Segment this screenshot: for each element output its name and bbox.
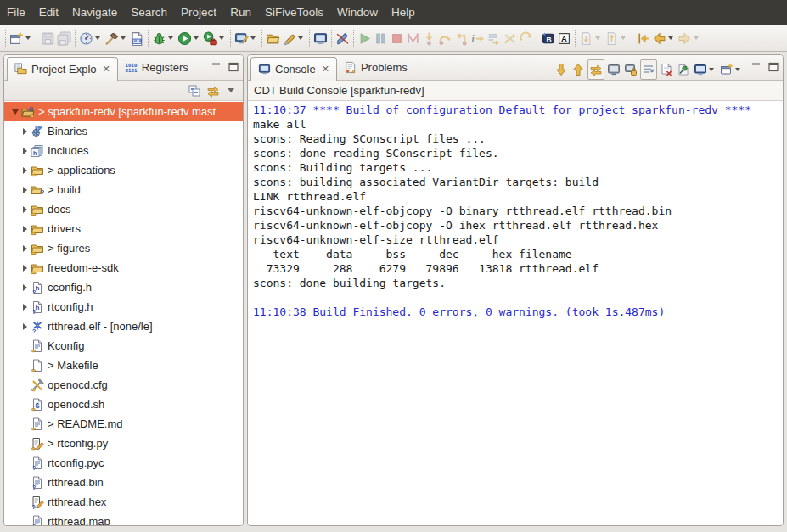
restart-button[interactable] <box>518 28 534 48</box>
disconnect-button[interactable] <box>405 28 421 48</box>
debug-console-button[interactable] <box>540 28 556 48</box>
external-tools-button[interactable] <box>202 28 228 48</box>
tree-item[interactable]: cconfig.h <box>4 277 243 297</box>
tab-console[interactable]: Console✕ <box>250 57 337 81</box>
jump-to-line-button[interactable] <box>486 28 502 48</box>
run-dropdown-icon[interactable] <box>194 36 199 40</box>
binary-file-button[interactable] <box>129 28 145 48</box>
clear-console-button[interactable] <box>659 59 674 80</box>
new-wizard-dropdown-icon[interactable] <box>25 36 31 40</box>
instruction-step-button[interactable] <box>469 28 486 48</box>
new-wizard-button[interactable] <box>8 28 34 48</box>
expand-arrow-icon[interactable] <box>19 167 31 174</box>
menu-window[interactable]: Window <box>330 0 385 25</box>
tree-item[interactable]: drivers <box>4 219 243 238</box>
expand-arrow-icon[interactable] <box>19 128 31 135</box>
tab-close-icon[interactable]: ✕ <box>322 64 329 75</box>
expand-arrow-icon[interactable] <box>19 148 31 154</box>
expand-arrow-icon[interactable] <box>19 206 31 213</box>
next-annotation-dropdown-icon[interactable] <box>595 36 600 40</box>
expand-arrow-icon[interactable] <box>19 226 31 232</box>
build-hammer-button[interactable] <box>104 28 129 48</box>
console-monitor-button[interactable] <box>312 28 329 48</box>
run-button[interactable] <box>177 28 202 48</box>
target-profile-button[interactable] <box>78 28 104 48</box>
menu-navigate[interactable]: Navigate <box>65 0 124 25</box>
step-into-button[interactable] <box>421 28 437 48</box>
menu-help[interactable]: Help <box>385 0 422 25</box>
tree-item[interactable]: > applications <box>4 160 243 180</box>
tree-item[interactable]: Includes <box>4 141 243 160</box>
menu-run[interactable]: Run <box>223 0 258 25</box>
back-dropdown-icon[interactable] <box>668 36 673 40</box>
expand-arrow-icon[interactable] <box>19 265 31 272</box>
scroll-to-next-button[interactable] <box>554 59 569 80</box>
brush-dropdown-icon[interactable] <box>298 36 303 40</box>
target-profile-dropdown-icon[interactable] <box>95 36 100 40</box>
tree-item[interactable]: openocd.sh <box>4 395 243 414</box>
external-tools-dropdown-icon[interactable] <box>219 36 224 40</box>
prev-annotation-dropdown-icon[interactable] <box>621 36 626 40</box>
cpp-editor-button[interactable] <box>233 28 259 48</box>
tree-item[interactable]: openocd.cfg <box>4 375 243 395</box>
tree-item-project-root[interactable]: > sparkfun-redv [sparkfun-redv mast <box>4 102 243 121</box>
resume-button[interactable] <box>357 28 373 48</box>
show-console-stderr-button[interactable] <box>623 59 638 80</box>
tree-item[interactable]: rtthread.elf - [none/le] <box>4 316 243 336</box>
ascii-view-button[interactable] <box>556 28 572 48</box>
forward-dropdown-icon[interactable] <box>694 36 699 40</box>
word-wrap-button[interactable] <box>640 59 657 80</box>
view-menu-icon[interactable] <box>228 88 234 92</box>
skip-breakpoints-button[interactable] <box>334 28 351 48</box>
menu-edit[interactable]: Edit <box>32 0 65 25</box>
build-hammer-dropdown-icon[interactable] <box>121 36 126 40</box>
show-console-stdout-button[interactable] <box>606 59 621 80</box>
expand-arrow-icon[interactable] <box>19 304 31 311</box>
expand-arrow-icon[interactable] <box>19 245 31 252</box>
back-button[interactable] <box>651 28 677 48</box>
expand-arrow-icon[interactable] <box>19 284 31 291</box>
link-with-editor-button[interactable] <box>205 81 221 101</box>
tree-item[interactable]: rtthread.bin <box>4 473 243 492</box>
cpp-editor-dropdown-icon[interactable] <box>250 36 256 40</box>
show-console-on-change-button[interactable] <box>587 59 604 80</box>
tree-item[interactable]: > Makefile <box>4 356 243 375</box>
flip-arrows-button[interactable] <box>502 28 518 48</box>
save-all-button[interactable] <box>56 28 72 48</box>
scroll-to-previous-button[interactable] <box>571 59 586 80</box>
tree-item[interactable]: Kconfig <box>4 336 243 356</box>
expand-arrow-icon[interactable] <box>9 109 21 115</box>
tree-item[interactable]: rtconfig.pyc <box>4 453 243 473</box>
tree-item[interactable]: rtthread.map <box>4 512 243 525</box>
collapse-all-button[interactable] <box>187 81 202 101</box>
tree-item[interactable]: > README.md <box>4 414 243 434</box>
display-selected-console-dropdown-icon[interactable] <box>709 68 714 71</box>
maximize-button[interactable] <box>228 60 239 76</box>
terminate-button[interactable] <box>389 28 405 48</box>
tree-item[interactable]: rtthread.hex <box>4 492 243 512</box>
open-folder-button[interactable] <box>265 28 281 48</box>
tree-item[interactable]: > figures <box>4 238 243 258</box>
tab-close-icon[interactable]: ✕ <box>103 64 110 75</box>
minimize-button[interactable] <box>750 60 762 76</box>
pin-console-button[interactable] <box>676 59 691 80</box>
step-return-button[interactable] <box>453 28 469 48</box>
menu-search[interactable]: Search <box>124 0 174 25</box>
debug-button[interactable] <box>151 28 177 48</box>
maximize-button[interactable] <box>767 60 779 76</box>
tab-registers[interactable]: Registers <box>118 55 195 80</box>
tree-item[interactable]: Binaries <box>4 121 243 141</box>
open-console-dropdown-icon[interactable] <box>735 68 740 71</box>
last-edit-location-button[interactable] <box>635 28 651 48</box>
menu-file[interactable]: File <box>0 0 32 25</box>
minimize-button[interactable] <box>211 60 222 76</box>
menu-sifivetools[interactable]: SiFiveTools <box>258 0 330 25</box>
tab-problems[interactable]: Problems <box>337 55 414 80</box>
tree-item[interactable]: > build <box>4 180 243 199</box>
suspend-button[interactable] <box>373 28 389 48</box>
step-over-button[interactable] <box>437 28 453 48</box>
tree-item[interactable]: freedom-e-sdk <box>4 258 243 277</box>
brush-button[interactable] <box>281 28 306 48</box>
debug-dropdown-icon[interactable] <box>168 36 173 40</box>
prev-annotation-button[interactable] <box>604 28 629 48</box>
